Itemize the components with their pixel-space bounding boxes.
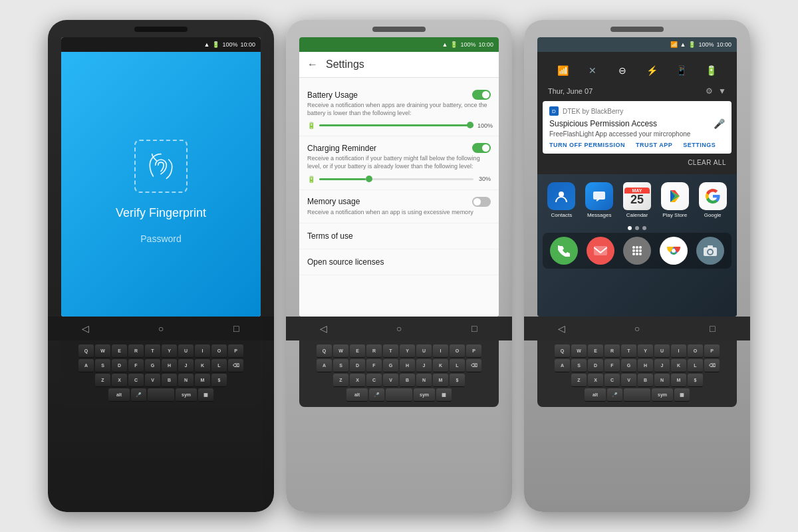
app-playstore[interactable]: Play Store [661, 182, 689, 218]
back-nav-s[interactable]: ◁ [318, 323, 330, 334]
key-s-h[interactable]: S [571, 359, 587, 372]
key-g-s[interactable]: G [383, 359, 398, 372]
key-p[interactable]: P [228, 344, 243, 358]
key-w-s[interactable]: W [333, 344, 348, 358]
key-c-s[interactable]: C [366, 374, 382, 387]
key-w-h[interactable]: W [571, 344, 587, 358]
wifi-toggle[interactable]: 📶 [553, 61, 572, 80]
app-google[interactable]: Google [699, 182, 727, 218]
dock-phone[interactable] [550, 237, 578, 265]
key-del[interactable]: ⌫ [228, 359, 243, 372]
key-grid[interactable]: ▦ [198, 388, 213, 402]
back-nav-h[interactable]: ◁ [556, 323, 568, 334]
back-nav[interactable]: ◁ [80, 323, 92, 334]
key-b[interactable]: B [162, 374, 177, 387]
key-g[interactable]: G [145, 359, 160, 372]
key-b-h[interactable]: B [638, 374, 653, 387]
back-button-settings[interactable]: ← [307, 59, 318, 70]
key-u-s[interactable]: U [416, 344, 432, 358]
key-b-s[interactable]: B [400, 374, 415, 387]
key-n-s[interactable]: N [416, 374, 432, 387]
key-t[interactable]: T [145, 344, 160, 358]
key-w[interactable]: W [95, 344, 110, 358]
chevron-down-icon[interactable]: ▼ [718, 86, 726, 96]
key-d[interactable]: D [112, 359, 127, 372]
dock-apps[interactable] [623, 237, 651, 265]
trust-app-button[interactable]: TRUST APP [636, 142, 672, 148]
toggle-memory[interactable] [472, 197, 491, 207]
key-m-h[interactable]: M [671, 374, 686, 387]
bluetooth-toggle[interactable]: ✕ [583, 61, 602, 80]
key-i-s[interactable]: I [433, 344, 448, 358]
key-j-s[interactable]: J [416, 359, 432, 372]
app-calendar[interactable]: MAY 25 Calendar [623, 182, 651, 218]
key-j-h[interactable]: J [654, 359, 670, 372]
key-v-s[interactable]: V [383, 374, 398, 387]
key-z-s[interactable]: Z [333, 374, 348, 387]
settings-terms-link[interactable]: Terms of use [299, 223, 499, 249]
dnd-toggle[interactable]: ⊖ [613, 61, 632, 80]
key-q-s[interactable]: Q [317, 344, 332, 358]
key-sym[interactable]: sym [176, 388, 197, 402]
gear-icon[interactable]: ⚙ [706, 86, 713, 96]
key-h[interactable]: H [162, 359, 177, 372]
key-h-s[interactable]: H [400, 359, 415, 372]
recents-nav[interactable]: □ [230, 323, 242, 334]
key-alt-h[interactable]: alt [585, 388, 606, 402]
charging-slider-track[interactable] [319, 178, 473, 180]
key-s[interactable]: S [95, 359, 110, 372]
key-v[interactable]: V [145, 374, 160, 387]
key-y[interactable]: Y [162, 344, 177, 358]
dock-email[interactable] [587, 237, 614, 265]
clear-all-button[interactable]: CLEAR ALL [688, 159, 726, 166]
key-x-s[interactable]: X [350, 374, 365, 387]
key-y-s[interactable]: Y [400, 344, 415, 358]
key-d-s[interactable]: D [350, 359, 365, 372]
key-h-h[interactable]: H [638, 359, 653, 372]
key-sym-h[interactable]: sym [652, 388, 673, 402]
toggle-battery-usage[interactable] [472, 90, 491, 100]
key-g-h[interactable]: G [621, 359, 636, 372]
dock-chrome[interactable] [660, 237, 688, 265]
key-t-h[interactable]: T [621, 344, 636, 358]
key-f-h[interactable]: F [604, 359, 620, 372]
recents-nav-s[interactable]: □ [468, 323, 480, 334]
turn-off-permission-button[interactable]: TURN OFF PERMISSION [549, 142, 625, 148]
key-x-h[interactable]: X [588, 374, 603, 387]
key-o-h[interactable]: O [688, 344, 703, 358]
key-dollar-s[interactable]: $ [450, 374, 465, 387]
fp-password-link[interactable]: Password [140, 233, 181, 244]
key-y-h[interactable]: Y [638, 344, 653, 358]
home-nav-s[interactable]: ○ [393, 323, 405, 334]
home-nav-h[interactable]: ○ [631, 323, 643, 334]
key-u[interactable]: U [178, 344, 194, 358]
key-z-h[interactable]: Z [571, 374, 587, 387]
key-p-s[interactable]: P [466, 344, 481, 358]
home-nav[interactable]: ○ [155, 323, 167, 334]
key-z[interactable]: Z [95, 374, 110, 387]
battery-slider-thumb[interactable] [467, 122, 473, 128]
key-j[interactable]: J [178, 359, 194, 372]
key-grid-h[interactable]: ▦ [674, 388, 690, 402]
key-a-s[interactable]: A [317, 359, 332, 372]
key-k-s[interactable]: K [433, 359, 448, 372]
key-r[interactable]: R [128, 344, 144, 358]
key-e[interactable]: E [112, 344, 127, 358]
key-f-s[interactable]: F [366, 359, 382, 372]
key-a-h[interactable]: A [555, 359, 570, 372]
key-q-h[interactable]: Q [555, 344, 570, 358]
key-c-h[interactable]: C [604, 374, 620, 387]
key-e-h[interactable]: E [588, 344, 603, 358]
key-alt-s[interactable]: alt [346, 388, 368, 402]
settings-action-button[interactable]: SETTINGS [683, 142, 716, 148]
app-contacts[interactable]: Contacts [547, 182, 575, 218]
key-i[interactable]: I [195, 344, 210, 358]
key-l-h[interactable]: L [688, 359, 703, 372]
key-d-h[interactable]: D [588, 359, 603, 372]
key-grid-s[interactable]: ▦ [436, 388, 452, 402]
battery-saver-toggle[interactable]: 🔋 [702, 61, 721, 80]
key-o[interactable]: O [211, 344, 227, 358]
battery-slider-track[interactable] [319, 124, 473, 126]
key-r-h[interactable]: R [604, 344, 620, 358]
key-v-h[interactable]: V [621, 374, 636, 387]
